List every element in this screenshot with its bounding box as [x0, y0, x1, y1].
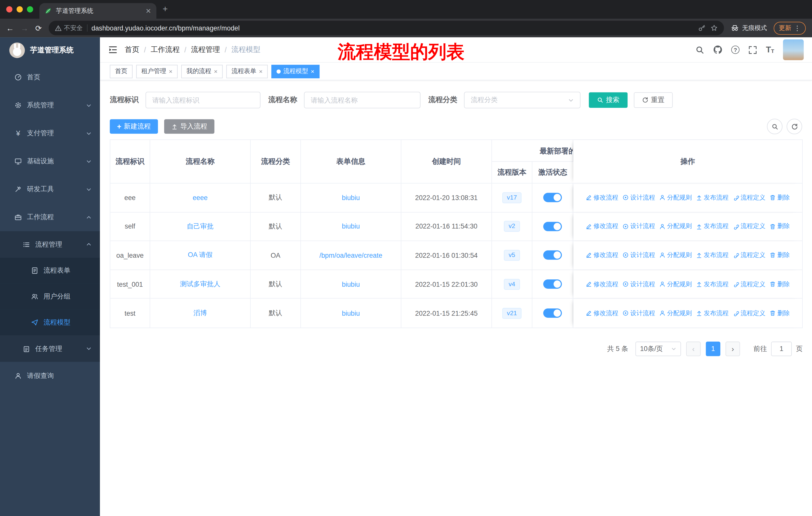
help-icon[interactable]: ?	[731, 46, 740, 54]
zoom-window-button[interactable]	[27, 6, 33, 12]
tab-close-icon[interactable]: ✕	[145, 7, 151, 15]
close-icon[interactable]: ×	[311, 67, 314, 75]
row-action-link[interactable]: 流程定义	[733, 309, 765, 318]
row-action-link[interactable]: 删除	[770, 251, 790, 260]
active-toggle[interactable]	[543, 193, 562, 202]
sidebar-item-leave-query[interactable]: 请假查询	[0, 362, 100, 390]
row-action-link[interactable]: 修改流程	[586, 280, 618, 289]
row-action-link[interactable]: 删除	[770, 280, 790, 289]
row-action-link[interactable]: 流程定义	[733, 251, 765, 260]
sidebar-item-devtools[interactable]: 研发工具	[0, 175, 100, 203]
create-process-button[interactable]: + 新建流程	[110, 119, 158, 134]
row-action-link[interactable]: 分配规则	[659, 280, 692, 289]
process-name-input[interactable]	[304, 92, 420, 108]
close-window-button[interactable]	[6, 6, 12, 12]
active-toggle[interactable]	[543, 279, 562, 289]
sidebar-item-home[interactable]: 首页	[0, 63, 100, 91]
sidebar-item-user-group[interactable]: 用户分组	[0, 283, 100, 309]
form-info-link[interactable]: biubiu	[342, 222, 360, 230]
row-action-link[interactable]: 流程定义	[733, 193, 765, 202]
sidebar-item-process-form[interactable]: 流程表单	[0, 258, 100, 284]
security-status[interactable]: 不安全	[55, 24, 83, 32]
app-logo[interactable]: 芋道管理系统	[0, 37, 100, 63]
breadcrumb-home[interactable]: 首页	[125, 45, 140, 54]
row-action-link[interactable]: 设计流程	[622, 309, 655, 318]
form-info-link[interactable]: biubiu	[342, 280, 360, 288]
import-process-button[interactable]: 导入流程	[164, 119, 215, 134]
tag-process-model[interactable]: 流程模型 ×	[271, 64, 319, 78]
browser-menu-icon[interactable]: ⋮	[794, 24, 801, 32]
sidebar-item-process-model[interactable]: 流程模型	[0, 309, 100, 335]
close-icon[interactable]: ×	[169, 67, 172, 75]
row-action-link[interactable]: 删除	[770, 222, 790, 231]
sidebar-item-workflow[interactable]: 工作流程	[0, 203, 100, 231]
sidebar-item-payment[interactable]: ¥ 支付管理	[0, 119, 100, 147]
row-action-link[interactable]: 删除	[770, 193, 790, 202]
row-action-link[interactable]: 发布流程	[696, 251, 729, 260]
row-action-link[interactable]: 发布流程	[696, 309, 729, 318]
row-action-link[interactable]: 流程定义	[733, 280, 765, 289]
row-action-link[interactable]: 修改流程	[586, 222, 618, 231]
page-1-button[interactable]: 1	[706, 342, 720, 356]
tag-process-form[interactable]: 流程表单 ×	[226, 64, 268, 78]
row-action-link[interactable]: 发布流程	[696, 222, 729, 231]
row-action-link[interactable]: 设计流程	[622, 251, 655, 260]
row-action-link[interactable]: 分配规则	[659, 251, 692, 260]
back-icon[interactable]: ←	[6, 24, 14, 32]
sidebar-item-system[interactable]: 系统管理	[0, 91, 100, 119]
chrome-update-button[interactable]: 更新 ⋮	[774, 21, 806, 34]
github-icon[interactable]	[713, 45, 722, 54]
new-tab-button[interactable]: +	[163, 4, 168, 15]
active-toggle[interactable]	[543, 222, 562, 231]
row-action-link[interactable]: 发布流程	[696, 193, 729, 202]
row-action-link[interactable]: 分配规则	[659, 193, 692, 202]
bookmark-star-icon[interactable]	[710, 24, 718, 32]
reset-button[interactable]: 重置	[634, 92, 672, 108]
process-name-link[interactable]: 测试多审批人	[180, 279, 220, 289]
row-action-link[interactable]: 设计流程	[622, 280, 655, 289]
tag-home[interactable]: 首页	[110, 64, 133, 78]
form-info-link[interactable]: /bpm/oa/leave/create	[319, 251, 382, 259]
fullscreen-icon[interactable]	[748, 45, 757, 54]
active-toggle[interactable]	[543, 309, 562, 318]
tag-tenant[interactable]: 租户管理 ×	[136, 64, 178, 78]
close-icon[interactable]: ×	[214, 67, 218, 75]
reload-icon[interactable]: ⟳	[35, 24, 42, 32]
search-icon[interactable]	[695, 45, 704, 54]
breadcrumb-process-mgmt[interactable]: 流程管理	[191, 45, 220, 54]
row-action-link[interactable]: 设计流程	[622, 193, 655, 202]
row-action-link[interactable]: 分配规则	[659, 309, 692, 318]
search-button[interactable]: 搜索	[589, 92, 628, 108]
goto-page-input[interactable]	[771, 342, 792, 356]
form-info-link[interactable]: biubiu	[342, 194, 360, 201]
next-page-button[interactable]: ›	[725, 342, 740, 356]
toggle-search-button[interactable]	[767, 119, 783, 134]
font-size-icon[interactable]: TT	[766, 46, 774, 54]
user-avatar[interactable]	[783, 39, 804, 60]
row-action-link[interactable]: 修改流程	[586, 251, 618, 260]
row-action-link[interactable]: 分配规则	[659, 222, 692, 231]
address-bar[interactable]: 不安全 dashboard.yudao.iocoder.cn/bpm/manag…	[49, 21, 724, 35]
password-key-icon[interactable]	[698, 24, 705, 32]
row-action-link[interactable]: 删除	[770, 309, 790, 318]
close-icon[interactable]: ×	[259, 67, 263, 75]
tag-my-process[interactable]: 我的流程 ×	[181, 64, 223, 78]
process-name-link[interactable]: 自己审批	[187, 222, 214, 231]
form-info-link[interactable]: biubiu	[342, 309, 360, 317]
process-name-link[interactable]: OA 请假	[188, 251, 212, 260]
sidebar-fold-icon[interactable]	[108, 45, 118, 54]
row-action-link[interactable]: 设计流程	[622, 222, 655, 231]
url-text[interactable]: dashboard.yudao.iocoder.cn/bpm/manager/m…	[91, 24, 694, 32]
refresh-table-button[interactable]	[787, 119, 802, 134]
minimize-window-button[interactable]	[17, 6, 23, 12]
process-key-input[interactable]	[145, 92, 261, 108]
row-action-link[interactable]: 修改流程	[586, 193, 618, 202]
sidebar-item-process-mgmt[interactable]: 流程管理	[0, 231, 100, 258]
sidebar-item-task-mgmt[interactable]: 任务管理	[0, 335, 100, 362]
process-name-link[interactable]: eeee	[193, 194, 208, 201]
sidebar-item-infrastructure[interactable]: 基础设施	[0, 147, 100, 175]
active-toggle[interactable]	[543, 251, 562, 260]
row-action-link[interactable]: 发布流程	[696, 280, 729, 289]
browser-tab[interactable]: 芋道管理系统 ✕	[39, 3, 156, 19]
process-name-link[interactable]: 滔博	[193, 309, 207, 318]
